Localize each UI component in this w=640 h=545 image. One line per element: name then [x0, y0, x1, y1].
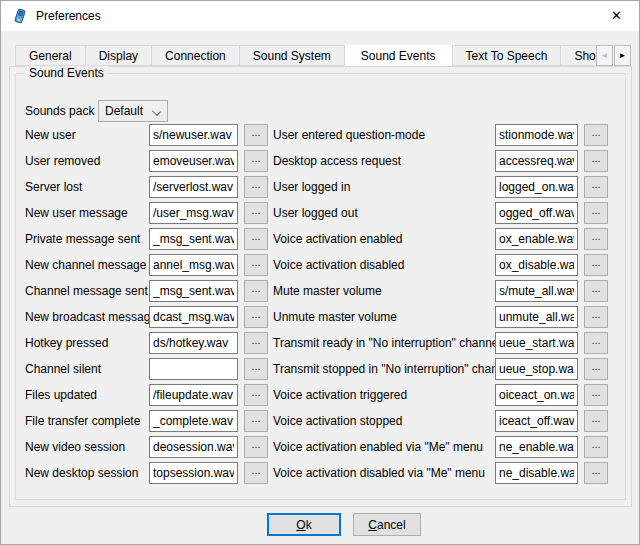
tab-general[interactable]: General [15, 45, 86, 66]
sound-event-row: Voice activation triggered ... [273, 384, 608, 406]
sound-event-label: Desktop access request [273, 154, 495, 168]
browse-button[interactable]: ... [244, 202, 268, 224]
sound-file-input[interactable] [149, 436, 238, 458]
browse-button[interactable]: ... [244, 228, 268, 250]
sound-event-row: File transfer complete ... [25, 410, 268, 432]
sound-file-input[interactable] [495, 306, 578, 328]
sound-event-label: Mute master volume [273, 284, 495, 298]
sound-file-input[interactable] [495, 228, 578, 250]
sound-event-row: Voice activation stopped ... [273, 410, 608, 432]
sound-event-row: User removed ... [25, 150, 268, 172]
sound-event-row: Files updated ... [25, 384, 268, 406]
sound-file-input[interactable] [149, 150, 238, 172]
sound-event-label: New user message [25, 206, 149, 220]
sound-event-label: Voice activation disabled via "Me" menu [273, 466, 495, 480]
sound-event-row: Channel message sent ... [25, 280, 268, 302]
tab-connection[interactable]: Connection [151, 45, 240, 66]
sound-file-input[interactable] [495, 176, 578, 198]
sound-event-label: New video session [25, 440, 149, 454]
browse-button[interactable]: ... [244, 176, 268, 198]
sound-file-input[interactable] [149, 462, 238, 484]
groupbox-title: Sound Events [25, 66, 108, 80]
sound-file-input[interactable] [495, 358, 578, 380]
sound-event-label: User logged out [273, 206, 495, 220]
sound-file-input[interactable] [495, 202, 578, 224]
tab-label: Text To Speech [466, 49, 548, 63]
browse-button[interactable]: ... [584, 254, 608, 276]
tab-scroll-left-button[interactable]: ◄ [596, 45, 613, 66]
browse-button[interactable]: ... [244, 254, 268, 276]
browse-button[interactable]: ... [244, 462, 268, 484]
sound-file-input[interactable] [495, 254, 578, 276]
ok-button[interactable]: Ok [267, 513, 341, 536]
right-column: User entered question-mode ... Desktop a… [273, 124, 608, 484]
tab-sound-system[interactable]: Sound System [239, 45, 345, 66]
browse-button[interactable]: ... [584, 202, 608, 224]
browse-button[interactable]: ... [244, 410, 268, 432]
browse-button[interactable]: ... [584, 358, 608, 380]
tab-label: General [29, 49, 72, 63]
browse-button[interactable]: ... [584, 384, 608, 406]
sound-file-input[interactable] [149, 202, 238, 224]
title-bar: Preferences ✕ [1, 1, 639, 31]
sounds-pack-row: Sounds pack Default [25, 100, 168, 122]
browse-button[interactable]: ... [584, 124, 608, 146]
sounds-pack-label: Sounds pack [25, 104, 98, 118]
sound-file-input[interactable] [495, 332, 578, 354]
tab-text-to-speech[interactable]: Text To Speech [452, 45, 562, 66]
browse-button[interactable]: ... [584, 332, 608, 354]
sound-file-input[interactable] [495, 384, 578, 406]
sound-file-input[interactable] [495, 124, 578, 146]
sound-event-label: Transmit ready in "No interruption" chan… [273, 336, 495, 350]
close-button[interactable]: ✕ [594, 1, 639, 30]
sound-file-input[interactable] [149, 332, 238, 354]
sound-file-input[interactable] [149, 176, 238, 198]
browse-button[interactable]: ... [244, 384, 268, 406]
sound-file-input[interactable] [495, 150, 578, 172]
tab-label: Sound System [253, 49, 331, 63]
browse-button[interactable]: ... [244, 306, 268, 328]
tab-label: Sound Events [361, 49, 436, 63]
tab-scroll-right-button[interactable]: ► [614, 45, 631, 66]
sound-file-input[interactable] [149, 384, 238, 406]
browse-button[interactable]: ... [584, 462, 608, 484]
browse-button[interactable]: ... [244, 436, 268, 458]
tab-label: Display [99, 49, 138, 63]
browse-button[interactable]: ... [244, 150, 268, 172]
sound-file-input[interactable] [495, 280, 578, 302]
browse-button[interactable]: ... [584, 436, 608, 458]
sound-file-input[interactable] [149, 228, 238, 250]
browse-button[interactable]: ... [584, 176, 608, 198]
sound-file-input[interactable] [149, 358, 238, 380]
browse-button[interactable]: ... [244, 280, 268, 302]
tab-label: Shortcuts [574, 49, 597, 63]
sound-event-row: Unmute master volume ... [273, 306, 608, 328]
tab-display[interactable]: Display [85, 45, 152, 66]
sound-event-row: Transmit ready in "No interruption" chan… [273, 332, 608, 354]
sound-event-label: Channel silent [25, 362, 149, 376]
sound-file-input[interactable] [495, 410, 578, 432]
browse-button[interactable]: ... [584, 228, 608, 250]
tab-shortcuts[interactable]: Shortcuts [560, 45, 597, 66]
sound-event-label: User removed [25, 154, 149, 168]
sounds-pack-value: Default [105, 104, 143, 118]
browse-button[interactable]: ... [244, 358, 268, 380]
browse-button[interactable]: ... [244, 124, 268, 146]
sounds-pack-select[interactable]: Default [98, 100, 168, 122]
sound-file-input[interactable] [149, 124, 238, 146]
sound-event-row: New desktop session ... [25, 462, 268, 484]
sound-file-input[interactable] [495, 462, 578, 484]
browse-button[interactable]: ... [584, 150, 608, 172]
sound-file-input[interactable] [495, 436, 578, 458]
sound-file-input[interactable] [149, 280, 238, 302]
sound-event-label: Voice activation enabled via "Me" menu [273, 440, 495, 454]
browse-button[interactable]: ... [584, 410, 608, 432]
browse-button[interactable]: ... [584, 306, 608, 328]
sound-file-input[interactable] [149, 410, 238, 432]
cancel-button[interactable]: Cancel [353, 513, 421, 536]
browse-button[interactable]: ... [584, 280, 608, 302]
tab-sound-events[interactable]: Sound Events [344, 45, 453, 66]
sound-file-input[interactable] [149, 254, 238, 276]
browse-button[interactable]: ... [244, 332, 268, 354]
sound-file-input[interactable] [149, 306, 238, 328]
